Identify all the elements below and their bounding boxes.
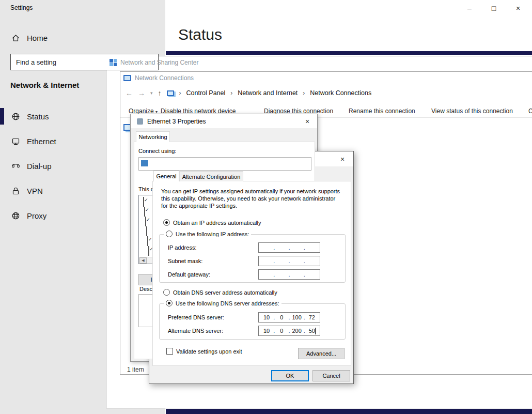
protocol-checkbox[interactable]: [143, 197, 144, 207]
ethernet-adapter-icon: [137, 118, 143, 125]
home-icon: [11, 34, 20, 42]
preferred-dns-label: Preferred DNS server:: [168, 314, 224, 320]
text-caret: [315, 328, 316, 334]
radio-icon[interactable]: [163, 219, 170, 226]
connect-using-label: Connect using:: [138, 148, 176, 154]
network-connections-icon: [123, 75, 131, 81]
dialup-phone-icon: [11, 162, 20, 171]
radio-obtain-ip[interactable]: Obtain an IP address automatically: [163, 219, 261, 226]
radio-use-following-ip[interactable]: Use the following IP address:: [164, 231, 251, 237]
protocol-checkbox[interactable]: [147, 236, 148, 246]
proxy-globe-icon: [11, 211, 20, 220]
validate-settings-checkbox[interactable]: Validate settings upon exit: [166, 348, 242, 355]
ethernet-icon: [11, 137, 20, 146]
breadcrumb-chevron-icon: ›: [179, 89, 181, 97]
toolbar-view-status[interactable]: View status of this connection: [431, 108, 513, 115]
tab-networking[interactable]: Networking: [136, 131, 170, 142]
subnet-mask-label: Subnet mask:: [168, 258, 202, 264]
radio-icon[interactable]: [166, 300, 173, 306]
sidebar-item-label: Dial-up: [27, 162, 52, 171]
page-title: Status: [178, 26, 222, 43]
alternate-dns-label: Alternate DNS server:: [168, 328, 223, 334]
history-chevron-icon[interactable]: ▾: [150, 90, 153, 96]
up-icon[interactable]: ↑: [158, 89, 162, 97]
sidebar-item-label: Proxy: [27, 211, 46, 220]
close-button[interactable]: ×: [510, 3, 526, 14]
tab-general[interactable]: General: [153, 171, 179, 181]
radio-label[interactable]: Obtain DNS server address automatically: [173, 289, 277, 296]
network-sharing-center-icon: [109, 59, 117, 66]
sidebar-item-label: Ethernet: [27, 137, 56, 146]
items-count: 1 item: [127, 366, 144, 373]
globe-icon: [11, 112, 20, 121]
back-icon[interactable]: ←: [126, 89, 133, 97]
adapter-icon: [141, 160, 148, 166]
breadcrumb-network-and-internet[interactable]: Network and Internet: [238, 89, 298, 97]
tab-alternate-configuration[interactable]: Alternate Configuration: [179, 171, 243, 181]
search-placeholder: Find a setting: [16, 58, 56, 66]
ip-address-field[interactable]: ...: [258, 242, 320, 253]
radio-label[interactable]: Obtain an IP address automatically: [173, 220, 261, 226]
close-icon[interactable]: ×: [336, 154, 349, 164]
ethernet-dialog-titlebar: Ethernet 3 Properties: [131, 114, 317, 128]
preferred-dns-field[interactable]: 10.0.100.72: [258, 312, 320, 323]
radio-label[interactable]: Use the following IP address:: [176, 231, 249, 237]
subnet-mask-field[interactable]: ...: [258, 256, 320, 266]
nsc-title: Network and Sharing Center: [120, 59, 198, 66]
adapter-name-box: [138, 157, 311, 171]
ethernet-dialog-title: Ethernet 3 Properties: [147, 118, 206, 125]
scroll-left-icon[interactable]: ◀: [139, 257, 147, 264]
vpn-lock-icon: [11, 187, 20, 195]
forward-icon[interactable]: →: [138, 89, 145, 97]
default-gateway-label: Default gateway:: [168, 271, 210, 278]
breadcrumb-network-connections[interactable]: Network Connections: [310, 89, 371, 97]
ipv4-general-panel: You can get IP settings assigned automat…: [152, 181, 351, 366]
sidebar-item-label: Home: [27, 34, 48, 42]
checkbox-icon[interactable]: [166, 348, 173, 355]
minimize-button[interactable]: –: [461, 3, 478, 14]
ok-button[interactable]: OK: [271, 370, 309, 381]
maximize-button[interactable]: □: [486, 3, 502, 14]
alternate-dns-field[interactable]: 10.0.200.50: [258, 326, 320, 336]
protocol-checkbox[interactable]: [148, 246, 149, 256]
breadcrumb-control-panel[interactable]: Control Panel: [186, 89, 226, 97]
close-icon[interactable]: ×: [301, 116, 314, 127]
protocol-checkbox[interactable]: [144, 207, 145, 217]
ip-address-label: IP address:: [168, 244, 196, 251]
selected-item-accent-bar: [0, 108, 4, 125]
toolbar-change-settings[interactable]: C: [528, 108, 532, 115]
accent-strip-bottom: [166, 409, 532, 414]
screen: Settings – □ × Status Home Network & Int…: [0, 0, 532, 414]
sidebar-item-home[interactable]: Home: [0, 27, 165, 48]
cancel-button[interactable]: Cancel: [312, 370, 350, 381]
nsc-titlebar: Network and Sharing Center: [109, 59, 198, 66]
explorer-navbar: ← → ▾ ↑ › Control Panel › Network and In…: [126, 89, 371, 97]
breadcrumb-chevron-icon: ›: [303, 89, 305, 97]
breadcrumb-chevron-icon: ›: [230, 89, 232, 97]
radio-use-following-dns[interactable]: Use the following DNS server addresses:: [164, 300, 281, 306]
static-ip-group: Use the following IP address: IP address…: [159, 234, 346, 283]
address-bar-icon: [167, 90, 174, 96]
section-title: Network & Internet: [10, 81, 79, 89]
settings-app-title: Settings: [10, 4, 33, 11]
sidebar-item-label: Status: [27, 112, 49, 121]
radio-label[interactable]: Use the following DNS server addresses:: [176, 300, 279, 306]
accent-strip-top: [166, 51, 532, 55]
radio-icon[interactable]: [166, 231, 173, 237]
nc-title: Network Connections: [135, 74, 194, 82]
checkbox-label[interactable]: Validate settings upon exit: [176, 348, 242, 355]
protocol-checkbox[interactable]: [145, 217, 146, 226]
sidebar-item-label: VPN: [27, 187, 43, 195]
dns-group: Use the following DNS server addresses: …: [159, 303, 346, 340]
default-gateway-field[interactable]: ...: [258, 269, 320, 280]
protocol-checkbox[interactable]: [146, 226, 147, 236]
ipv4-properties-dialog: Internet Protocol Version 4 (TCP/IPv4) P…: [149, 151, 354, 384]
toolbar-rename-connection[interactable]: Rename this connection: [349, 108, 415, 115]
advanced-button[interactable]: Advanced...: [298, 348, 345, 359]
radio-icon[interactable]: [163, 289, 170, 296]
ipv4-intro-text: You can get IP settings assigned automat…: [161, 188, 353, 209]
nc-titlebar: Network Connections: [123, 74, 194, 82]
radio-obtain-dns[interactable]: Obtain DNS server address automatically: [163, 289, 277, 296]
